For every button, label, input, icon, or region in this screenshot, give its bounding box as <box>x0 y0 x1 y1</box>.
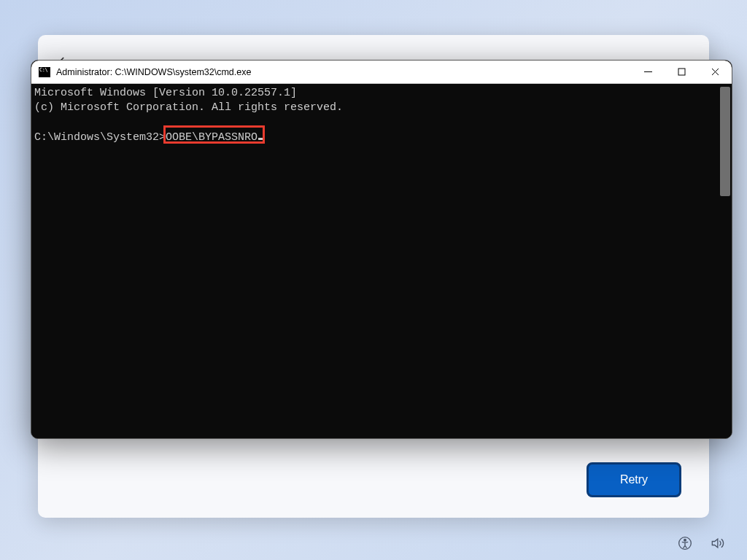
cmd-icon <box>39 67 50 77</box>
terminal-body[interactable]: Microsoft Windows [Version 10.0.22557.1]… <box>31 84 732 438</box>
terminal-cursor <box>258 138 264 140</box>
cmd-window: Administrator: C:\WINDOWS\system32\cmd.e… <box>31 60 732 439</box>
window-titlebar[interactable]: Administrator: C:\WINDOWS\system32\cmd.e… <box>31 61 732 84</box>
terminal-line-copyright: (c) Microsoft Corporation. All rights re… <box>34 101 732 115</box>
volume-icon[interactable] <box>709 535 725 551</box>
terminal-line-version: Microsoft Windows [Version 10.0.22557.1] <box>34 86 732 101</box>
window-controls <box>631 61 732 83</box>
close-button[interactable] <box>698 61 732 83</box>
retry-button[interactable]: Retry <box>588 464 680 496</box>
svg-rect-2 <box>644 71 652 72</box>
maximize-button[interactable] <box>665 61 698 83</box>
terminal-blank <box>34 116 732 131</box>
terminal-scrollbar[interactable] <box>720 87 730 196</box>
accessibility-icon[interactable] <box>677 535 693 551</box>
window-title: Administrator: C:\WINDOWS\system32\cmd.e… <box>56 67 631 77</box>
svg-point-1 <box>684 540 686 542</box>
terminal-input: OOBE\BYPASSNRO <box>166 131 258 144</box>
minimize-button[interactable] <box>631 61 665 83</box>
terminal-prompt-line: C:\Windows\System32>OOBE\BYPASSNRO <box>34 131 732 145</box>
terminal-prompt: C:\Windows\System32> <box>34 131 166 144</box>
system-tray <box>677 535 725 551</box>
svg-rect-3 <box>678 69 685 75</box>
